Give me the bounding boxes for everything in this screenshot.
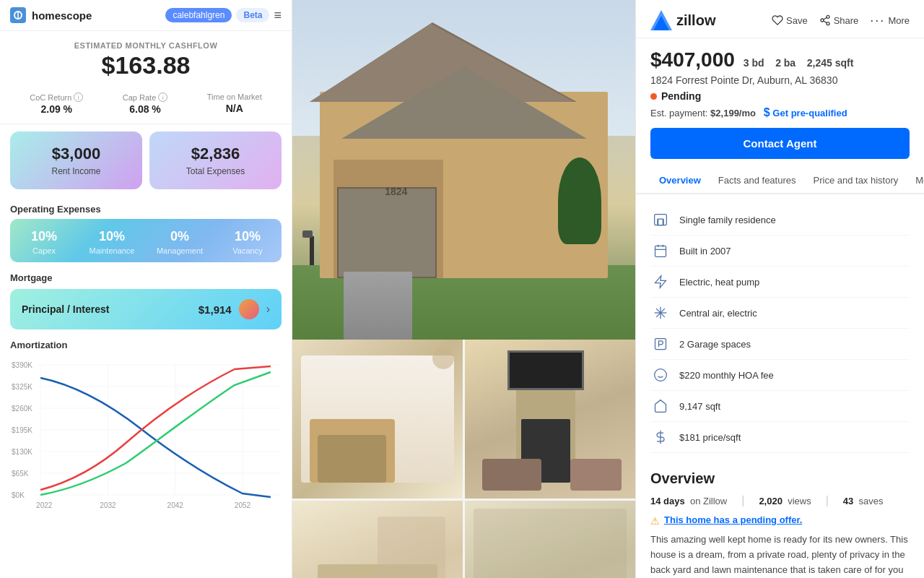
lot-icon (650, 396, 671, 416)
coc-value: 2.09 % (30, 103, 83, 115)
more-action[interactable]: ··· More (870, 13, 910, 28)
cap-info-icon[interactable]: i (158, 92, 167, 102)
management-item: 0% Management (146, 229, 214, 255)
room-image-4[interactable] (465, 501, 635, 578)
days-on-stat: 14 days on Zillow (650, 496, 727, 506)
svg-text:$130K: $130K (12, 448, 32, 456)
coc-return-metric: CoC Return i 2.09 % (30, 92, 83, 115)
detail-row-heat: Electric, heat pump (650, 267, 910, 298)
svg-text:$260K: $260K (12, 405, 32, 413)
svg-rect-33 (655, 246, 666, 256)
detail-row-lotsqft: 9,147 sqft (650, 391, 910, 422)
zillow-header: zillow Save Share ··· More (636, 0, 924, 38)
coc-info-icon[interactable]: i (74, 92, 83, 102)
cap-label: Cap Rate i (123, 92, 167, 102)
vacancy-label: Vacancy (214, 246, 282, 255)
saves-stat: 43 saves (843, 496, 884, 506)
detail-hoa: $220 monthly HOA fee (679, 370, 774, 381)
svg-text:2032: 2032 (100, 501, 116, 509)
zillow-logo: zillow (650, 10, 715, 30)
details-section: Single family residence Built in 2007 El… (636, 194, 924, 463)
save-action[interactable]: Save (772, 14, 808, 26)
zillow-logo-icon (650, 10, 672, 30)
svg-point-42 (655, 369, 667, 381)
property-price: $407,000 (650, 48, 735, 72)
cap-rate-metric: Cap Rate i 6.08 % (123, 92, 167, 115)
mortgage-chevron-icon[interactable]: › (266, 303, 270, 316)
amortization-chart: $390K $325K $260K $195K $130K $65K $0K (10, 356, 282, 515)
tab-price-history[interactable]: Price and tax history (805, 168, 907, 194)
pending-status-dot (650, 93, 657, 100)
right-panel: zillow Save Share ··· More $407,000 3 bd (635, 0, 924, 578)
home-icon (650, 210, 671, 230)
operating-expenses-title: Operating Expenses (0, 197, 292, 219)
cashflow-label: ESTIMATED MONTHLY CASHFLOW (7, 41, 284, 50)
tom-value: N/A (207, 103, 262, 114)
mortgage-icon (239, 299, 259, 319)
views-stat: 2,020 views (759, 496, 811, 506)
svg-point-25 (821, 19, 824, 22)
rent-value: $3,000 (52, 144, 100, 163)
overview-stats: 14 days on Zillow | 2,020 views | 43 sav… (650, 494, 910, 507)
mortgage-card[interactable]: Principal / Interest $1,914 › (10, 289, 282, 329)
svg-text:$0K: $0K (12, 491, 25, 499)
detail-pricesqft: $181 price/sqft (679, 432, 741, 443)
rent-label: Rent Income (51, 166, 100, 176)
vacancy-item: 10% Vacancy (214, 229, 282, 255)
detail-row-built: Built in 2007 (650, 236, 910, 267)
property-info: $407,000 3 bd 2 ba 2,245 sqft 1824 Forre… (636, 38, 924, 119)
svg-text:2042: 2042 (167, 501, 184, 509)
mortgage-value: $1,914 (199, 303, 232, 316)
tabs-row: Overview Facts and features Price and ta… (636, 168, 924, 194)
share-action[interactable]: Share (819, 14, 859, 26)
sqft: 2,245 sqft (807, 57, 854, 69)
cap-value: 6.08 % (123, 103, 167, 115)
maintenance-value: 10% (78, 229, 146, 244)
more-dots-icon: ··· (870, 13, 885, 28)
zillow-actions: Save Share ··· More (772, 13, 910, 28)
menu-icon[interactable]: ≡ (274, 8, 282, 23)
logo-text: homescope (32, 9, 92, 22)
rent-income-card: $3,000 Rent Income (10, 131, 142, 189)
parking-icon (650, 334, 671, 354)
main-property-image[interactable]: 1824 (292, 0, 635, 340)
detail-row-residence: Single family residence (650, 204, 910, 236)
pending-offer-link[interactable]: This home has a pending offer. (664, 514, 802, 525)
prequalify-link[interactable]: Get pre-qualified (772, 108, 847, 118)
left-panel: homescope calebfahlgren Beta ≡ ESTIMATED… (0, 0, 292, 578)
overview-description: This amazing well kept home is ready for… (650, 532, 910, 578)
detail-row-hoa: $220 monthly HOA fee (650, 360, 910, 391)
maintenance-item: 10% Maintenance (78, 229, 146, 255)
tab-overview[interactable]: Overview (650, 168, 710, 194)
svg-line-27 (823, 21, 827, 23)
beds-baths: 3 bd 2 ba 2,245 sqft (744, 57, 854, 69)
detail-heat: Electric, heat pump (679, 277, 759, 288)
beta-badge: Beta (236, 8, 269, 22)
homescope-logo-icon (10, 7, 26, 23)
management-label: Management (146, 246, 214, 255)
tab-month[interactable]: Month (907, 168, 924, 194)
living-room-image-2[interactable] (465, 340, 635, 499)
cashflow-section: ESTIMATED MONTHLY CASHFLOW $163.88 (0, 31, 292, 87)
est-payment-label: Est. payment: (650, 108, 707, 118)
baths: 2 ba (775, 57, 796, 69)
tab-facts[interactable]: Facts and features (710, 168, 805, 194)
expenses-label: Total Expenses (186, 166, 245, 176)
image-grid (292, 340, 635, 578)
svg-text:$65K: $65K (12, 470, 29, 478)
pending-warning: ⚠ This home has a pending offer. (650, 514, 910, 527)
svg-text:$390K: $390K (12, 361, 32, 369)
detail-lotsqft: 9,147 sqft (679, 401, 720, 412)
room-image-3[interactable] (292, 501, 463, 578)
capex-label: Capex (10, 246, 78, 255)
amortization-section: Amortization $390K $325K $260K $195K $13… (0, 337, 292, 522)
svg-text:2022: 2022 (36, 501, 53, 509)
svg-rect-41 (655, 339, 666, 350)
detail-row-garage: 2 Garage spaces (650, 329, 910, 360)
contact-agent-button[interactable]: Contact Agent (650, 128, 910, 159)
warning-icon: ⚠ (650, 515, 660, 527)
management-value: 0% (146, 229, 214, 244)
vacancy-value: 10% (214, 229, 282, 244)
snowflake-icon (650, 303, 671, 323)
living-room-image-1[interactable] (292, 340, 463, 499)
